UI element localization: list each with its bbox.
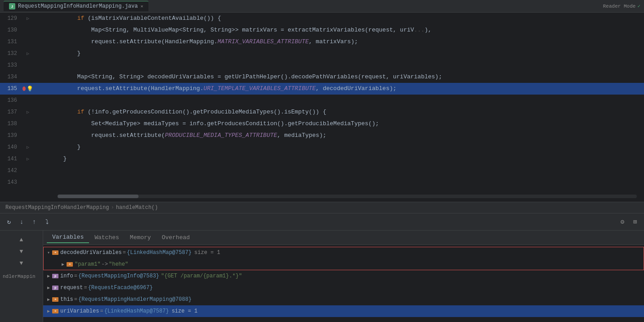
line-code-135: request.setAttribute(HandlerMapping.URI_… <box>33 83 644 95</box>
line-num-136: 136 <box>0 97 22 104</box>
code-line-143: 143 <box>0 177 644 188</box>
line-num-130: 130 <box>0 27 22 33</box>
var-icon-param1: ≡ <box>67 262 73 267</box>
var-val-uriVariables: {LinkedHashMap@7587} <box>104 308 169 314</box>
tab-variables[interactable]: Variables <box>47 232 89 243</box>
line-code-140: } <box>33 141 644 153</box>
expand-icon-info: ▶ <box>45 273 52 279</box>
line-num-141: 141 <box>0 156 22 162</box>
code-line-133: 133 <box>0 59 644 71</box>
var-key-param1: "param1" <box>75 261 101 268</box>
filter-button[interactable]: ▼ <box>16 258 27 268</box>
code-line-130: 130 Map<String, MultiValueMap<String, St… <box>0 24 644 36</box>
code-line-132: 132 ▷ } <box>0 48 644 59</box>
tab-watches[interactable]: Watches <box>89 232 125 243</box>
var-size-decodedUriVariables: size = 1 <box>194 249 220 256</box>
debug-settings-button[interactable]: ⚙ <box>617 217 628 227</box>
nav-up-button[interactable]: ▲ <box>16 234 27 245</box>
var-name-request: request <box>60 285 83 291</box>
var-name-uriVariables: uriVariables <box>60 308 99 314</box>
run-to-cursor-button[interactable]: ⤵ <box>41 217 52 227</box>
var-row-decodedUriVariables[interactable]: ▾ ≡ decodedUriVariables = {LinkedHashMap… <box>43 247 644 259</box>
line-num-140: 140 <box>0 144 22 150</box>
line-num-135: 135 <box>0 86 22 92</box>
gutter-137: ▷ <box>22 109 33 115</box>
debug-right-panel: Variables Watches Memory Overhead ▾ ≡ de… <box>43 231 644 322</box>
var-row-info[interactable]: ▶ p info = {RequestMappingInfo@7583} "{G… <box>43 270 644 282</box>
scrollbar-thumb[interactable] <box>58 195 139 198</box>
code-line-138: 138 Set<MediaType> mediaTypes = info.get… <box>0 118 644 130</box>
title-bar: J RequestMappingInfoHandlerMapping.java … <box>0 0 644 13</box>
expand-icon-this: ▶ <box>45 297 52 302</box>
var-row-this[interactable]: ▶ ≡ this = {RequestMappingHandlerMapping… <box>43 294 644 305</box>
debug-nav-buttons: ▲ ▼ ▼ <box>0 231 43 272</box>
debug-layout-button[interactable]: ⊞ <box>630 217 640 227</box>
fold-icon-129: ▷ <box>27 16 29 21</box>
editor-tab[interactable]: J RequestMappingInfoHandlerMapping.java … <box>4 1 148 11</box>
line-num-143: 143 <box>0 179 22 186</box>
gutter-135: 💡 <box>22 86 33 92</box>
var-row-param1[interactable]: ▶ ≡ "param1" -> "hehe" <box>43 259 644 270</box>
expand-icon-decodedUriVariables: ▾ <box>45 250 52 255</box>
line-code-141: } <box>33 153 644 165</box>
line-num-137: 137 <box>0 109 22 115</box>
var-val-param1: "hehe" <box>109 261 128 268</box>
gutter-140: ▷ <box>22 145 33 150</box>
horizontal-scrollbar[interactable] <box>58 195 637 198</box>
tab-overhead[interactable]: Overhead <box>157 232 195 243</box>
reader-mode-area: Reader Mode ✓ <box>603 3 640 9</box>
step-out-button[interactable]: ↑ <box>29 217 40 227</box>
var-name-info: info <box>60 273 73 279</box>
line-num-129: 129 <box>0 15 22 22</box>
reader-mode-check-icon: ✓ <box>637 3 640 9</box>
code-line-134: 134 Map<String, String> decodedUriVariab… <box>0 71 644 83</box>
debug-panel: ▲ ▼ ▼ ndlerMappin Variables Watches Memo… <box>0 231 644 322</box>
line-num-138: 138 <box>0 121 22 127</box>
breadcrumb: RequestMappingInfoHandlerMapping › handl… <box>0 202 644 213</box>
fold-icon-137: ▷ <box>27 109 29 115</box>
frame-label: ndlerMappin <box>0 272 43 281</box>
code-line-139: 139 request.setAttribute(PRODUCIBLE_MEDI… <box>0 130 644 141</box>
var-icon-request: p <box>52 286 58 290</box>
line-code-131: request.setAttribute(HandlerMapping.MATR… <box>33 36 644 48</box>
fold-icon-140: ▷ <box>27 145 29 150</box>
breakpoint-icon-135[interactable] <box>22 86 26 91</box>
line-code-138: Set<MediaType> mediaTypes = info.getProd… <box>33 118 644 130</box>
line-code-134: Map<String, String> decodedUriVariables … <box>33 71 644 83</box>
var-val-decodedUriVariables: {LinkedHashMap@7587} <box>127 249 192 256</box>
code-line-140: 140 ▷ } <box>0 141 644 153</box>
debug-toolbar: ↻ ↓ ↑ ⤵ ⚙ ⊞ <box>0 213 644 231</box>
var-icon-decodedUriVariables: ≡ <box>52 250 58 255</box>
fold-icon-132: ▷ <box>27 51 29 56</box>
line-num-139: 139 <box>0 132 22 139</box>
var-group-decodedUriVariables: ▾ ≡ decodedUriVariables = {LinkedHashMap… <box>43 247 644 270</box>
code-line-131: 131 request.setAttribute(HandlerMapping.… <box>0 36 644 48</box>
step-into-button[interactable]: ↓ <box>16 217 27 227</box>
line-num-132: 132 <box>0 50 22 57</box>
breadcrumb-class: RequestMappingInfoHandlerMapping <box>5 204 109 211</box>
close-tab-button[interactable]: ✕ <box>140 4 143 9</box>
var-row-uriVariables[interactable]: ▶ ≡ uriVariables = {LinkedHashMap@7587} … <box>43 305 644 317</box>
line-code-129: if (isMatrixVariableContentAvailable()) … <box>33 13 644 24</box>
code-line-129: 129 ▷ if (isMatrixVariableContentAvailab… <box>0 13 644 24</box>
line-code-130: Map<String, MultiValueMap<String, String… <box>33 24 644 36</box>
variables-list: ▾ ≡ decodedUriVariables = {LinkedHashMap… <box>43 245 644 322</box>
var-name-this: this <box>60 296 73 303</box>
tab-memory[interactable]: Memory <box>125 232 157 243</box>
line-code-132: } <box>33 48 644 59</box>
code-line-135: 135 💡 request.setAttribute(HandlerMappin… <box>0 83 644 95</box>
code-line-137: 137 ▷ if (!info.getProducesCondition().g… <box>0 106 644 118</box>
reader-mode-label: Reader Mode <box>603 4 636 9</box>
code-lines: 129 ▷ if (isMatrixVariableContentAvailab… <box>0 13 644 188</box>
gutter-129: ▷ <box>22 16 33 21</box>
code-line-136: 136 <box>0 95 644 106</box>
var-val-info: {RequestMappingInfo@7583} <box>78 273 159 279</box>
nav-down-button[interactable]: ▼ <box>16 246 27 257</box>
tab-label: RequestMappingInfoHandlerMapping.java <box>18 3 138 9</box>
step-over-button[interactable]: ↻ <box>4 217 14 227</box>
var-icon-info: p <box>52 274 58 278</box>
var-row-request[interactable]: ▶ p request = {RequestFacade@6967} <box>43 282 644 294</box>
lightbulb-icon-135[interactable]: 💡 <box>27 86 33 92</box>
fold-icon-141: ▷ <box>27 156 29 162</box>
breadcrumb-method: handleMatch() <box>116 204 158 211</box>
